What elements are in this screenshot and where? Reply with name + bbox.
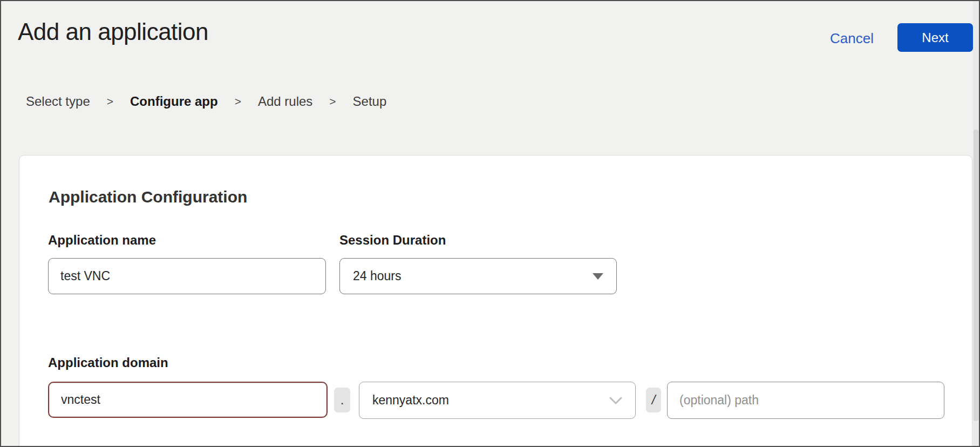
next-button[interactable]: Next [897, 23, 973, 52]
dot-separator: . [334, 388, 350, 412]
add-application-page: Add an application Cancel Next Select ty… [0, 0, 980, 447]
page-title: Add an application [18, 18, 208, 45]
scrollbar[interactable] [973, 1, 979, 446]
breadcrumb-separator: > [235, 95, 241, 108]
application-domain-label: Application domain [48, 355, 168, 370]
path-input[interactable] [667, 382, 944, 419]
session-duration-select[interactable]: 24 hours [339, 258, 617, 294]
card-heading: Application Configuration [49, 188, 247, 206]
breadcrumb-step-add-rules[interactable]: Add rules [258, 94, 312, 109]
breadcrumb-separator: > [107, 95, 113, 108]
breadcrumb-separator: > [329, 95, 336, 108]
domain-select[interactable]: kennyatx.com [359, 382, 636, 419]
cancel-button[interactable]: Cancel [830, 30, 874, 47]
breadcrumb-step-setup[interactable]: Setup [353, 94, 387, 109]
session-duration-value: 24 hours [353, 269, 401, 283]
application-name-label: Application name [48, 233, 156, 248]
breadcrumb-step-select-type[interactable]: Select type [26, 94, 90, 109]
scrollbar-thumb[interactable] [974, 130, 978, 421]
subdomain-input[interactable] [48, 382, 328, 418]
domain-select-value: kennyatx.com [372, 393, 449, 408]
slash-separator: / [646, 388, 661, 412]
chevron-down-icon [609, 397, 622, 404]
application-name-input[interactable] [48, 258, 326, 294]
breadcrumb: Select type > Configure app > Add rules … [26, 94, 386, 109]
dropdown-caret-icon [593, 273, 603, 280]
application-configuration-card: Application Configuration Application na… [19, 155, 972, 447]
session-duration-label: Session Duration [339, 233, 446, 248]
breadcrumb-step-configure-app[interactable]: Configure app [130, 94, 218, 109]
